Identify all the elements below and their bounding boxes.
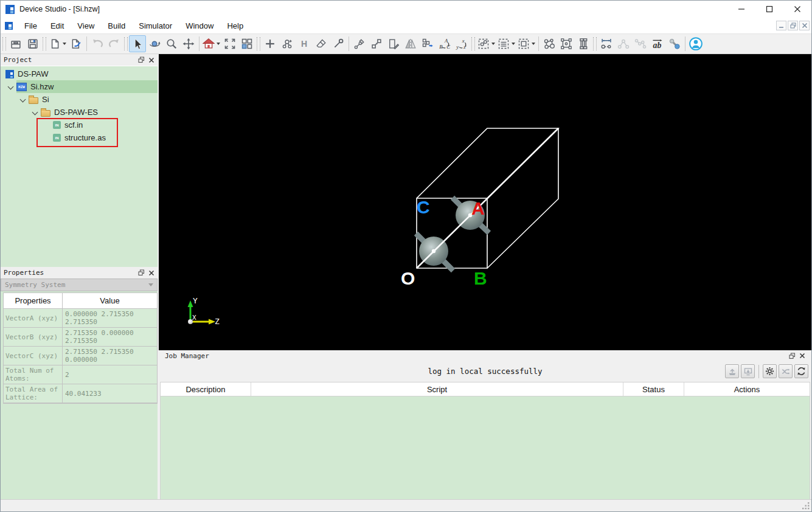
- user-account-button[interactable]: [687, 35, 704, 52]
- menu-file[interactable]: File: [18, 19, 44, 33]
- menu-build[interactable]: Build: [101, 19, 132, 33]
- modify-structure-button[interactable]: [385, 35, 402, 52]
- toolbar-grip[interactable]: [593, 37, 597, 50]
- add-hydrogen-button[interactable]: H: [296, 35, 313, 52]
- float-panel-icon[interactable]: [138, 57, 145, 63]
- eraser-icon: [315, 38, 327, 50]
- job-col-description[interactable]: Description: [161, 382, 251, 396]
- float-panel-icon[interactable]: [789, 353, 796, 359]
- tile-windows-button[interactable]: [238, 35, 255, 52]
- property-row[interactable]: Total Num of Atoms:2: [4, 365, 157, 384]
- mirror-button[interactable]: [402, 35, 419, 52]
- mdi-restore-button[interactable]: [788, 21, 798, 30]
- select-layer-button[interactable]: [496, 35, 516, 52]
- toolbar-grip[interactable]: [43, 37, 46, 50]
- tree-item-si[interactable]: Si: [1, 93, 158, 106]
- menu-edit[interactable]: Edit: [44, 19, 71, 33]
- select-atoms-button[interactable]: [476, 35, 496, 52]
- tree-item-structure-as[interactable]: INstructure.as: [1, 131, 158, 144]
- open-button[interactable]: [7, 35, 24, 52]
- structure-viewport[interactable]: O C A B Y Z X: [159, 54, 811, 350]
- resize-grip-icon[interactable]: [802, 502, 810, 510]
- close-panel-icon[interactable]: [799, 353, 805, 359]
- toolbar-grip[interactable]: [124, 37, 128, 50]
- measure-dihedral-button[interactable]: [632, 35, 649, 52]
- toolbar-grip[interactable]: [471, 37, 475, 50]
- float-panel-icon[interactable]: [138, 269, 145, 276]
- menu-view[interactable]: View: [71, 19, 101, 33]
- label-vectors-button[interactable]: ab: [649, 35, 666, 52]
- select-tool-button[interactable]: [129, 35, 146, 52]
- mdi-minimize-button[interactable]: [776, 21, 786, 30]
- resize-cell-button[interactable]: [368, 35, 385, 52]
- expander-chevron-icon[interactable]: [18, 94, 29, 106]
- job-table-body[interactable]: [160, 396, 810, 499]
- home-view-button[interactable]: [201, 35, 221, 52]
- property-row[interactable]: VectorA (xyz)0.000000 2.715350 2.715350: [4, 309, 157, 328]
- fit-view-button[interactable]: [221, 35, 238, 52]
- toolbar-grip[interactable]: [257, 37, 260, 50]
- job-transfer-button[interactable]: [779, 364, 793, 378]
- add-fragment-button[interactable]: [279, 35, 296, 52]
- minimize-icon: [738, 5, 745, 13]
- select-layer-dropdown-caret[interactable]: [512, 43, 515, 45]
- home-view-dropdown-caret[interactable]: [217, 43, 220, 45]
- toolbar-grip[interactable]: [2, 37, 6, 50]
- property-row[interactable]: VectorB (xyz)2.715350 0.000000 2.715350: [4, 328, 157, 347]
- window-minimize-button[interactable]: [727, 1, 755, 18]
- build-nanotube-button[interactable]: [575, 35, 592, 52]
- job-col-script[interactable]: Script: [251, 382, 623, 396]
- job-refresh-button[interactable]: [794, 364, 808, 378]
- select-atoms-dropdown-caret[interactable]: [491, 43, 495, 45]
- pan-tool-button[interactable]: [180, 35, 197, 52]
- export-button[interactable]: [68, 35, 85, 52]
- bond-style-button[interactable]: [666, 35, 683, 52]
- menu-simulator[interactable]: Simulator: [132, 19, 179, 33]
- tree-item-ds-paw[interactable]: DS-PAW: [1, 67, 158, 80]
- rotate-tool-button[interactable]: [146, 35, 163, 52]
- select-cell-button[interactable]: [516, 35, 536, 52]
- undo-button[interactable]: [89, 35, 106, 52]
- new-file-dropdown-caret[interactable]: [63, 43, 66, 45]
- menu-window[interactable]: Window: [179, 19, 220, 33]
- job-col-actions[interactable]: Actions: [684, 382, 810, 396]
- select-atoms-icon: [477, 38, 490, 50]
- save-button[interactable]: [24, 35, 41, 52]
- probe-button[interactable]: [330, 35, 347, 52]
- window-close-button[interactable]: [783, 1, 811, 18]
- redo-button[interactable]: [106, 35, 123, 52]
- convert-lattice-xyz-button[interactable]: x y z: [453, 35, 470, 52]
- job-settings-button[interactable]: [763, 364, 777, 378]
- eraser-button[interactable]: [313, 35, 330, 52]
- convert-lattice-abc-button[interactable]: A B C: [436, 35, 453, 52]
- job-col-status[interactable]: Status: [623, 382, 684, 396]
- select-cell-dropdown-caret[interactable]: [532, 43, 535, 45]
- menu-help[interactable]: Help: [220, 19, 250, 33]
- measure-angle-button[interactable]: [615, 35, 632, 52]
- property-row[interactable]: VectorC (xyz)2.715350 2.715350 0.000000: [4, 347, 157, 365]
- add-atom-button[interactable]: [262, 35, 279, 52]
- job-download-button[interactable]: [741, 364, 755, 378]
- close-panel-icon[interactable]: [148, 270, 154, 276]
- build-cluster-button[interactable]: [541, 35, 558, 52]
- draw-bond-button[interactable]: [351, 35, 368, 52]
- transform-group-button[interactable]: [419, 35, 436, 52]
- build-supercell-button[interactable]: [558, 35, 575, 52]
- job-submit-button[interactable]: [725, 364, 739, 378]
- close-panel-icon[interactable]: [148, 57, 154, 63]
- expander-chevron-icon[interactable]: [5, 81, 16, 93]
- new-file-button[interactable]: [47, 35, 68, 52]
- zoom-tool-button[interactable]: [163, 35, 180, 52]
- folder-icon: [41, 110, 50, 117]
- measure-distance-button[interactable]: [598, 35, 615, 52]
- mdi-close-button[interactable]: [799, 21, 810, 30]
- tree-item-si-hzw[interactable]: HZWSi.hzw: [1, 80, 158, 93]
- tree-item-scf-in[interactable]: INscf.in: [1, 119, 158, 131]
- supercell-icon: [560, 38, 572, 50]
- window-maximize-button[interactable]: [755, 1, 783, 18]
- property-row[interactable]: Total Area of Lattice:40.041233: [4, 384, 157, 403]
- job-manager-titlebar: Job Manager: [159, 350, 811, 361]
- expander-chevron-icon[interactable]: [30, 106, 41, 119]
- tree-item-ds-paw-es[interactable]: DS-PAW-ES: [1, 106, 158, 119]
- symmetry-system-select[interactable]: Symmetry System: [1, 278, 158, 291]
